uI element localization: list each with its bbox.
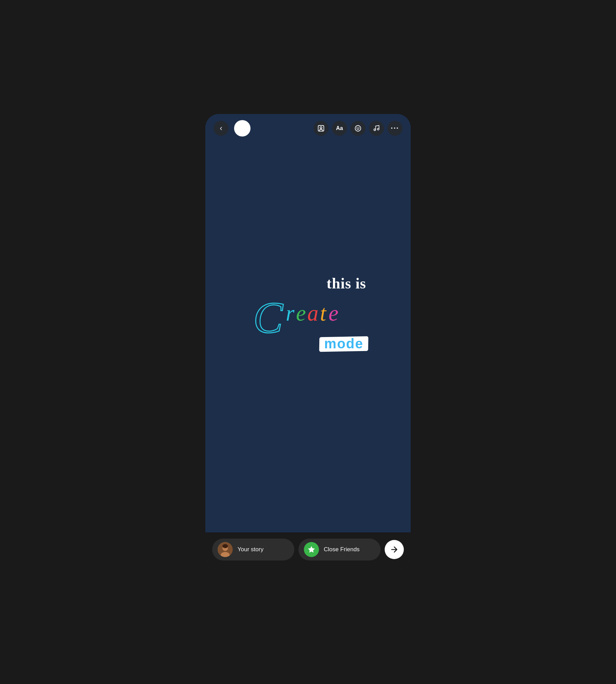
sticker-button[interactable] [350,121,365,136]
music-button[interactable] [369,121,384,136]
svg-point-16 [222,544,228,548]
mode-label-container: mode [321,336,366,351]
send-arrow-icon [390,545,399,554]
text-aa-icon: Aa [336,125,343,131]
text-tool-button[interactable]: Aa [332,121,347,136]
top-bar-left: ‹ [214,120,251,137]
create-mode-graphic: this is C r e a t e [250,275,366,351]
svg-text:t: t [320,301,327,325]
star-icon [307,545,316,554]
create-text-area: C r e a t e mode [250,288,366,351]
back-button[interactable]: ‹ [214,121,229,136]
bottom-bar: Your story Close Friends [205,532,411,570]
more-options-button[interactable]: ··· [387,121,402,136]
svg-point-6 [377,128,379,130]
svg-text:a: a [307,301,319,325]
top-bar-icons: Aa ··· [313,121,402,136]
person-tag-button[interactable] [313,121,329,136]
svg-text:C: C [253,293,283,342]
close-friends-label: Close Friends [324,546,360,553]
svg-point-1 [320,127,322,129]
your-story-label: Your story [238,546,264,553]
capture-button[interactable] [234,120,251,137]
person-tag-icon [317,125,325,132]
svg-text:r: r [286,301,295,325]
svg-point-5 [374,129,376,131]
svg-text:e: e [329,301,338,325]
avatar [218,542,233,557]
mode-text: mode [321,336,366,351]
svg-marker-17 [308,546,315,553]
green-star-icon [304,542,319,557]
create-word-svg: C r e a t e [250,288,366,343]
avatar-image [218,542,233,557]
top-bar: ‹ Aa [205,114,411,143]
svg-text:e: e [296,301,306,325]
more-icon: ··· [391,124,399,133]
back-icon: ‹ [220,124,222,133]
send-button[interactable] [385,540,404,559]
music-icon [373,125,380,132]
close-friends-button[interactable]: Close Friends [298,539,381,560]
your-story-button[interactable]: Your story [212,539,294,560]
phone-frame: ‹ Aa [205,114,411,570]
svg-point-2 [355,126,361,131]
story-canvas: this is C r e a t e [205,114,411,532]
sticker-icon [354,125,362,132]
